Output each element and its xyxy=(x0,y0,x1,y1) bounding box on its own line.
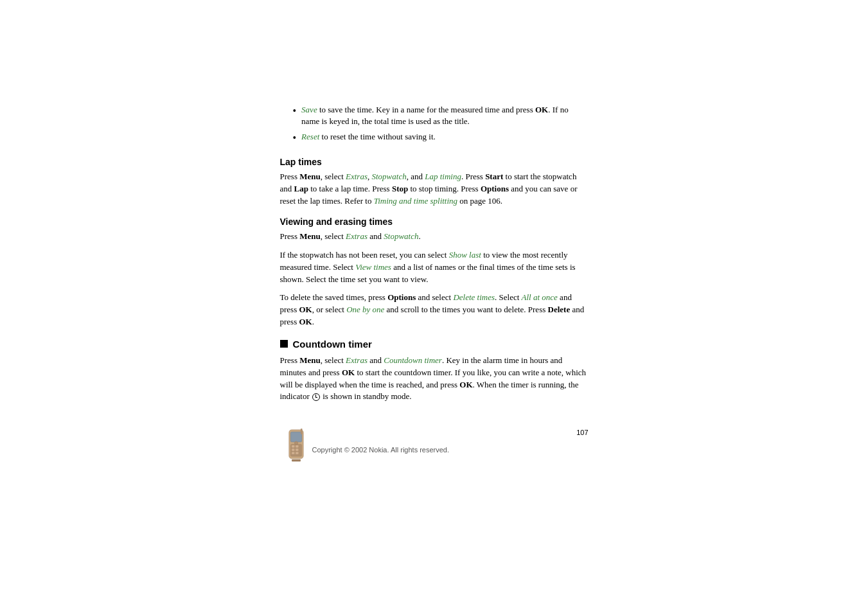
viewing-para-1: If the stopwatch has not been reset, you… xyxy=(280,249,589,286)
countdown-paragraph: Press Menu, select Extras and Countdown … xyxy=(280,355,589,403)
lap-bold: Lap xyxy=(294,184,308,193)
extras-link-2: Extras xyxy=(346,231,368,241)
extras-link-1: Extras xyxy=(346,172,368,181)
stopwatch-link-1: Stopwatch xyxy=(372,172,407,181)
bullet-item-reset: • Reset to reset the time without saving… xyxy=(293,131,589,145)
countdown-heading-container: Countdown timer xyxy=(280,339,589,350)
start-bold: Start xyxy=(485,172,503,181)
show-last-link: Show last xyxy=(449,250,481,260)
page-container: • Save to save the time. Key in a name f… xyxy=(0,0,868,613)
svg-rect-3 xyxy=(292,445,294,447)
ok-bold-2: OK xyxy=(299,305,312,314)
svg-rect-5 xyxy=(292,449,294,450)
svg-rect-11 xyxy=(292,459,301,461)
countdown-section: Countdown timer Press Menu, select Extra… xyxy=(280,339,589,403)
content-area: • Save to save the time. Key in a name f… xyxy=(280,91,589,484)
bullet-list: • Save to save the time. Key in a name f… xyxy=(293,104,589,146)
one-by-one-link: One by one xyxy=(346,305,384,314)
lap-times-heading: Lap times xyxy=(280,157,589,167)
menu-bold-2: Menu xyxy=(299,231,321,241)
bullet-dot-1: • xyxy=(293,104,297,127)
viewing-para-2: To delete the saved times, press Options… xyxy=(280,292,589,328)
svg-rect-10 xyxy=(300,429,302,434)
viewing-section: Viewing and erasing times Press Menu, se… xyxy=(280,217,589,328)
extras-link-3: Extras xyxy=(346,355,368,365)
footer-area: Copyright © 2002 Nokia. All rights reser… xyxy=(280,422,589,470)
copyright-text: Copyright © 2002 Nokia. All rights reser… xyxy=(312,446,577,454)
ok-bold-4: OK xyxy=(342,368,355,377)
bullet-text-save: Save to save the time. Key in a name for… xyxy=(301,104,588,127)
svg-rect-6 xyxy=(296,449,298,450)
view-times-link: View times xyxy=(355,262,391,272)
countdown-heading: Countdown timer xyxy=(293,339,372,350)
stopwatch-link-2: Stopwatch xyxy=(384,231,418,241)
menu-bold-1: Menu xyxy=(299,172,321,181)
svg-point-9 xyxy=(294,441,297,445)
lap-times-section: Lap times Press Menu, select Extras, Sto… xyxy=(280,157,589,208)
svg-rect-7 xyxy=(292,452,294,454)
options-bold-1: Options xyxy=(481,184,509,193)
lap-timing-link: Lap timing xyxy=(425,172,461,181)
viewing-heading: Viewing and erasing times xyxy=(280,217,589,227)
delete-times-link: Delete times xyxy=(453,292,495,302)
menu-bold-3: Menu xyxy=(299,355,321,365)
black-square-icon xyxy=(280,340,288,348)
save-keyword: Save xyxy=(301,105,317,114)
ok-bold-1: OK xyxy=(535,105,548,114)
bullet-item-save: • Save to save the time. Key in a name f… xyxy=(293,104,589,127)
bullet-text-reset: Reset to reset the time without saving i… xyxy=(301,131,588,145)
ok-bold-3: OK xyxy=(299,317,312,326)
timer-indicator-icon xyxy=(312,393,320,401)
page-number: 107 xyxy=(576,429,588,436)
timing-link: Timing and time splitting xyxy=(374,196,457,206)
viewing-sub-line: Press Menu, select Extras and Stopwatch. xyxy=(280,231,589,243)
all-at-once-link: All at once xyxy=(522,292,558,302)
svg-rect-1 xyxy=(290,432,301,442)
lap-times-paragraph: Press Menu, select Extras, Stopwatch, an… xyxy=(280,171,589,208)
bullet-dot-2: • xyxy=(293,131,297,145)
nokia-phone-image xyxy=(280,429,312,470)
svg-rect-8 xyxy=(296,452,298,454)
reset-keyword: Reset xyxy=(301,132,319,141)
stop-bold: Stop xyxy=(392,184,408,193)
delete-bold: Delete xyxy=(548,305,571,314)
ok-bold-5: OK xyxy=(459,380,472,389)
options-bold-2: Options xyxy=(387,292,416,302)
countdown-link: Countdown timer xyxy=(384,355,442,365)
svg-rect-4 xyxy=(296,445,298,447)
